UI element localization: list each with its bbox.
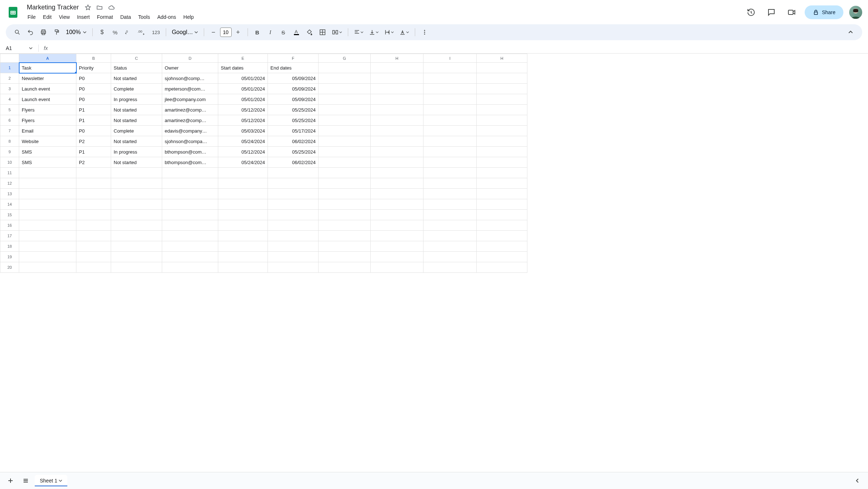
- cell[interactable]: SMS: [19, 147, 76, 157]
- cell[interactable]: [268, 189, 319, 199]
- cell[interactable]: In progress: [111, 94, 162, 105]
- row-header-6[interactable]: 6: [0, 115, 19, 126]
- cell[interactable]: P0: [76, 94, 111, 105]
- cell[interactable]: [319, 147, 371, 157]
- cell[interactable]: [111, 231, 162, 241]
- cell[interactable]: End dates: [268, 63, 319, 73]
- cell[interactable]: 05/12/2024: [218, 147, 268, 157]
- cell[interactable]: [218, 210, 268, 220]
- cell[interactable]: [319, 262, 371, 273]
- cell[interactable]: jlee@company.com: [162, 94, 218, 105]
- cell[interactable]: [162, 189, 218, 199]
- cell[interactable]: [424, 241, 477, 252]
- cell[interactable]: [424, 220, 477, 231]
- more-toolbar-icon[interactable]: [419, 26, 430, 38]
- cell[interactable]: [319, 252, 371, 262]
- increase-decimal-icon[interactable]: .00: [135, 26, 148, 38]
- row-header-15[interactable]: 15: [0, 210, 19, 220]
- cell[interactable]: [319, 115, 371, 126]
- column-header-E[interactable]: E: [218, 54, 268, 63]
- text-color-icon[interactable]: A: [291, 26, 302, 38]
- cell[interactable]: [76, 241, 111, 252]
- cell[interactable]: [371, 210, 424, 220]
- cell[interactable]: 05/03/2024: [218, 126, 268, 136]
- cell[interactable]: [424, 136, 477, 147]
- cell[interactable]: P0: [76, 84, 111, 94]
- cell[interactable]: Not started: [111, 115, 162, 126]
- cell[interactable]: [371, 105, 424, 115]
- cell[interactable]: [19, 231, 76, 241]
- cell[interactable]: [162, 168, 218, 178]
- cell[interactable]: [477, 241, 527, 252]
- row-header-4[interactable]: 4: [0, 94, 19, 105]
- cell[interactable]: SMS: [19, 157, 76, 168]
- cell[interactable]: [218, 231, 268, 241]
- cell[interactable]: [371, 199, 424, 210]
- decrease-decimal-icon[interactable]: .0: [122, 26, 134, 38]
- row-header-14[interactable]: 14: [0, 199, 19, 210]
- cell[interactable]: P1: [76, 105, 111, 115]
- cell[interactable]: [111, 168, 162, 178]
- column-header-A[interactable]: A: [19, 54, 76, 63]
- cell[interactable]: [424, 199, 477, 210]
- cell[interactable]: [268, 231, 319, 241]
- cell[interactable]: amartinez@comp…: [162, 115, 218, 126]
- cell[interactable]: [424, 210, 477, 220]
- cell[interactable]: [76, 189, 111, 199]
- cell[interactable]: [424, 262, 477, 273]
- cell[interactable]: [218, 241, 268, 252]
- format-123-icon[interactable]: 123: [150, 26, 162, 38]
- cell[interactable]: [424, 168, 477, 178]
- cell[interactable]: 06/02/2024: [268, 136, 319, 147]
- cell[interactable]: [319, 189, 371, 199]
- select-all-corner[interactable]: [0, 54, 19, 63]
- cell[interactable]: Not started: [111, 105, 162, 115]
- cell[interactable]: [477, 199, 527, 210]
- cell[interactable]: [424, 157, 477, 168]
- cell[interactable]: bthompson@com…: [162, 157, 218, 168]
- cell[interactable]: [371, 168, 424, 178]
- cell[interactable]: 05/01/2024: [218, 94, 268, 105]
- text-rotation-icon[interactable]: [397, 26, 411, 38]
- font-size-input[interactable]: [220, 28, 232, 37]
- cell[interactable]: [371, 73, 424, 84]
- row-header-1[interactable]: 1: [0, 63, 19, 73]
- cell[interactable]: [424, 84, 477, 94]
- cell[interactable]: edavis@company…: [162, 126, 218, 136]
- cell[interactable]: [424, 231, 477, 241]
- cell[interactable]: [19, 220, 76, 231]
- cell[interactable]: [371, 178, 424, 189]
- strikethrough-icon[interactable]: S: [278, 26, 289, 38]
- cell[interactable]: [424, 63, 477, 73]
- cell[interactable]: [268, 168, 319, 178]
- cell[interactable]: [19, 199, 76, 210]
- cell[interactable]: 05/09/2024: [268, 73, 319, 84]
- cell[interactable]: [371, 136, 424, 147]
- search-menus-icon[interactable]: [12, 26, 23, 38]
- cell[interactable]: 05/17/2024: [268, 126, 319, 136]
- cell[interactable]: 05/12/2024: [218, 105, 268, 115]
- text-wrap-icon[interactable]: [382, 26, 396, 38]
- cell[interactable]: Status: [111, 63, 162, 73]
- cell[interactable]: P1: [76, 147, 111, 157]
- menu-tools[interactable]: Tools: [135, 13, 153, 21]
- menu-help[interactable]: Help: [181, 13, 197, 21]
- cloud-status-icon[interactable]: [108, 4, 115, 11]
- cell[interactable]: [218, 262, 268, 273]
- cell[interactable]: [424, 178, 477, 189]
- cell[interactable]: Newsletter: [19, 73, 76, 84]
- cell[interactable]: [76, 220, 111, 231]
- cell[interactable]: amartinez@comp…: [162, 105, 218, 115]
- cell[interactable]: [424, 115, 477, 126]
- cell[interactable]: [76, 210, 111, 220]
- sheets-logo[interactable]: [6, 5, 20, 20]
- cell[interactable]: [76, 178, 111, 189]
- cell[interactable]: [19, 241, 76, 252]
- cell[interactable]: [162, 220, 218, 231]
- print-icon[interactable]: [38, 26, 49, 38]
- zoom-select[interactable]: 100%: [64, 29, 89, 35]
- cell[interactable]: P2: [76, 136, 111, 147]
- cell[interactable]: [424, 126, 477, 136]
- cell[interactable]: 05/01/2024: [218, 73, 268, 84]
- cell[interactable]: [371, 262, 424, 273]
